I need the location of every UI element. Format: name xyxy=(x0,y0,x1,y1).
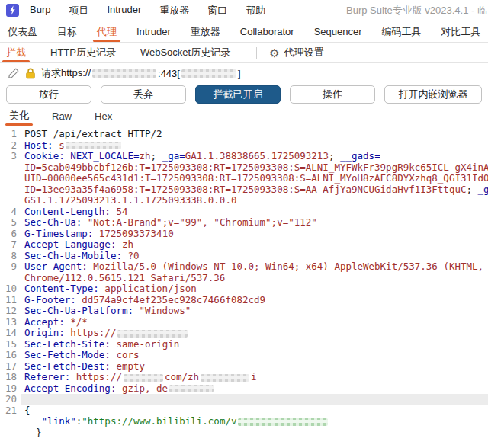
editor-line[interactable]: 6G-Timestamp: 1725093373410 xyxy=(0,229,488,240)
code-segment: Sec-Fetch-Dest: xyxy=(24,361,116,372)
main-tab-Sequencer[interactable]: Sequencer xyxy=(314,21,362,42)
editor-line[interactable]: UID=00000ee565c431d1:T=1725093308:RT=172… xyxy=(0,173,488,184)
menu-item-项目[interactable]: 项目 xyxy=(69,4,88,18)
editor-line[interactable]: 8Sec-Ch-Ua-Mobile: ?0 xyxy=(0,251,488,262)
main-tab-仪表盘[interactable]: 仪表盘 xyxy=(8,21,37,42)
editor-line[interactable]: 9User-Agent: Mozilla/5.0 (Windows NT 10.… xyxy=(0,261,488,273)
line-content: Sec-Fetch-Dest: empty xyxy=(24,361,488,373)
editor-line[interactable]: } xyxy=(0,427,488,439)
line-content: Referer: https://com/zhi xyxy=(24,372,488,383)
editor-tab-美化[interactable]: 美化 xyxy=(9,106,29,126)
code-segment: G-Timestamp: xyxy=(24,229,99,239)
menu-item-Burp[interactable]: Burp xyxy=(30,4,50,18)
line-content: Content-Length: 54 xyxy=(24,206,488,218)
line-content: Sec-Fetch-Mode: cors xyxy=(24,350,488,361)
code-segment: Accept: xyxy=(24,317,70,328)
request-port: :443 xyxy=(158,68,177,79)
redacted-text xyxy=(238,418,328,426)
menu-bar: Burp项目Intruder重放器窗口帮助 Burp Suite专业版 v202… xyxy=(0,0,488,21)
main-tab-重放器[interactable]: 重放器 xyxy=(191,21,220,42)
line-content: GS1.1.1725093213.1.1.1725093338.0.0.0 xyxy=(24,195,488,206)
line-content: POST /api/extract HTTP/2 xyxy=(24,129,488,140)
code-segment: 1725093373410 xyxy=(99,229,174,239)
intercept-actions: 放行丢弃拦截已开启操作打开内嵌浏览器 xyxy=(0,83,488,106)
redacted-host xyxy=(92,69,156,78)
editor-line[interactable]: 10Content-Type: application/json xyxy=(0,283,488,295)
editor-line[interactable]: 15Sec-Fetch-Site: same-origin xyxy=(0,339,488,350)
editor-line[interactable]: 21{ xyxy=(0,405,488,417)
main-tab-代理[interactable]: 代理 xyxy=(97,21,117,42)
code-segment: Sec-Fetch-Site: xyxy=(24,339,116,350)
editor-line[interactable]: 7Accept-Language: zh xyxy=(0,239,488,251)
proxy-tab-HTTP历史记录[interactable]: HTTP历史记录 xyxy=(50,43,116,62)
proxy-tab-拦截[interactable]: 拦截 xyxy=(6,43,26,62)
code-segment: empty xyxy=(116,361,145,372)
line-content: UID=00000ee565c431d1:T=1725093308:RT=172… xyxy=(24,173,488,184)
code-segment: com/zh xyxy=(165,372,199,382)
main-tab-对比工具[interactable]: 对比工具 xyxy=(441,21,481,42)
line-content xyxy=(24,394,488,405)
editor-line[interactable]: 14Origin: https:// xyxy=(0,328,488,339)
editor-line[interactable]: 5Sec-Ch-Ua: "Not:A-Brand";v="99", "Chrom… xyxy=(0,217,488,229)
editor-line[interactable]: 12Sec-Ch-Ua-Platform: "Windows" xyxy=(0,306,488,317)
code-segment: UID=00000ee565c431d1:T=1725093308:RT=172… xyxy=(24,173,488,184)
code-segment: */* xyxy=(70,317,88,328)
action-button-拦截已开启[interactable]: 拦截已开启 xyxy=(195,85,281,104)
editor-line[interactable]: 11G-Footer: dd574a9cf4ef235ec928c7466f08… xyxy=(0,295,488,306)
proxy-tab-WebSocket历史记录[interactable]: WebSocket历史记录 xyxy=(140,43,230,62)
intercept-request-bar: 请求https://:443 [] xyxy=(0,63,488,83)
editor-line[interactable]: 16Sec-Fetch-Mode: cors xyxy=(0,350,488,361)
code-segment: "link" xyxy=(42,416,76,427)
redacted-text xyxy=(124,374,163,382)
code-segment: Content-Type: xyxy=(24,283,104,294)
main-tab-编码工具[interactable]: 编码工具 xyxy=(382,21,422,42)
line-content: { xyxy=(24,405,488,417)
line-content: "link":"https://www.bilibili.com/v xyxy=(24,416,488,427)
proxy-tab-bar: 拦截HTTP历史记录WebSocket历史记录 ⚙ 代理设置 xyxy=(0,43,488,63)
editor-line[interactable]: Chrome/112.0.5615.121 Safari/537.36 xyxy=(0,273,488,284)
request-editor[interactable]: 1POST /api/extract HTTP/22Host: s3Cookie… xyxy=(0,126,488,448)
line-content: Sec-Fetch-Site: same-origin xyxy=(24,339,488,350)
editor-line[interactable]: 3Cookie: NEXT_LOCALE=zh; _ga=GA1.1.38838… xyxy=(0,151,488,162)
code-segment: Referer: xyxy=(24,372,76,382)
code-segment: "https://www.bilibili.com/v xyxy=(82,416,236,427)
code-segment: application/json xyxy=(104,283,196,294)
menu-item-帮助[interactable]: 帮助 xyxy=(246,4,265,18)
editor-line[interactable]: 18Referer: https://com/zhi xyxy=(0,372,488,383)
code-segment: Sec-Ch-Ua: xyxy=(24,217,88,228)
redacted-text xyxy=(201,374,249,382)
editor-line[interactable]: ID=13ee93a35f4a6958:T=1725093308:RT=1725… xyxy=(0,184,488,196)
editor-line[interactable]: GS1.1.1725093213.1.1.1725093338.0.0.0 xyxy=(0,195,488,206)
action-button-操作[interactable]: 操作 xyxy=(290,85,375,104)
editor-line[interactable]: 2Host: s xyxy=(0,140,488,152)
code-segment: cors xyxy=(116,350,139,360)
code-segment: "Windows" xyxy=(140,306,191,316)
main-tab-Collaborator[interactable]: Collaborator xyxy=(240,21,294,42)
editor-line[interactable]: 19Accept-Encoding: gzip, de xyxy=(0,383,488,395)
action-button-放行[interactable]: 放行 xyxy=(6,85,92,104)
editor-line[interactable]: ID=5cab049bbcbf126b:T=1725093308:RT=1725… xyxy=(0,162,488,174)
editor-line[interactable]: 1POST /api/extract HTTP/2 xyxy=(0,129,488,140)
editor-line[interactable]: 4Content-Length: 54 xyxy=(0,206,488,218)
code-segment: ; xyxy=(466,184,477,195)
editor-tab-Hex[interactable]: Hex xyxy=(95,106,112,126)
tab-proxy-settings[interactable]: ⚙ 代理设置 xyxy=(269,46,323,59)
editor-line[interactable]: 13Accept: */* xyxy=(0,317,488,328)
editor-line[interactable]: "link":"https://www.bilibili.com/v xyxy=(0,416,488,427)
line-content: Sec-Ch-Ua-Platform: "Windows" xyxy=(24,306,488,317)
menu-item-窗口[interactable]: 窗口 xyxy=(207,4,227,18)
menu-item-重放器[interactable]: 重放器 xyxy=(159,4,189,18)
bracket-open: [ xyxy=(177,68,180,79)
editor-line[interactable]: 20 xyxy=(0,394,488,405)
code-segment: Content-Length: xyxy=(24,206,116,217)
window-title: Burp Suite专业版 v2023.4.1 - 临 xyxy=(346,4,488,18)
code-segment: Chrome/112.0.5615.121 Safari/537.36 xyxy=(24,273,225,283)
editor-line[interactable]: 17Sec-Fetch-Dest: empty xyxy=(0,361,488,373)
editor-tab-Raw[interactable]: Raw xyxy=(52,106,72,126)
code-segment: } xyxy=(24,427,42,438)
action-button-打开内嵌浏览器[interactable]: 打开内嵌浏览器 xyxy=(384,85,482,104)
menu-item-Intruder[interactable]: Intruder xyxy=(107,4,141,18)
main-tab-Intruder[interactable]: Intruder xyxy=(136,21,171,42)
action-button-丢弃[interactable]: 丢弃 xyxy=(101,85,186,104)
main-tab-目标[interactable]: 目标 xyxy=(57,21,77,42)
